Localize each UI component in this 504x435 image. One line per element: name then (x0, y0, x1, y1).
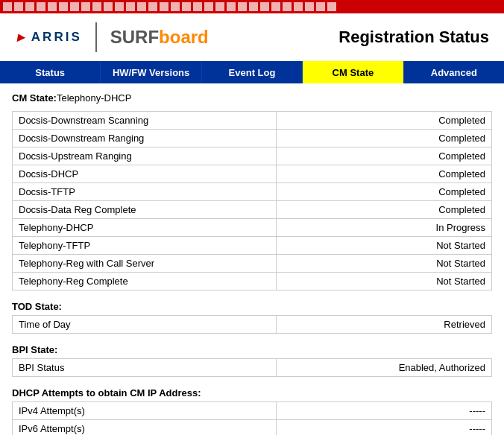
nav-item-status[interactable]: Status (0, 61, 101, 83)
logo-divider (95, 22, 97, 52)
row-status: ----- (276, 420, 491, 436)
row-name: Docsis-Downstream Scanning (13, 112, 277, 130)
cm-state-heading: CM State:Telephony-DHCP (12, 92, 492, 104)
row-name: IPv4 Attempt(s) (13, 402, 277, 420)
bpi-table: BPI StatusEnabled, Authorized (12, 358, 492, 377)
table-row: Docsis-Downstream RangingCompleted (13, 130, 492, 147)
row-name: Time of Day (13, 316, 277, 334)
table-row: Telephony-TFTPNot Started (13, 237, 492, 255)
dhcp-section-label: DHCP Attempts to obtain CM IP Address: (12, 387, 492, 399)
surfboard-logo: SURFboard (110, 27, 209, 48)
row-name: Telephony-DHCP (13, 219, 277, 237)
table-row: Docsis-DHCPCompleted (13, 165, 492, 183)
row-name: Docsis-Data Reg Complete (13, 201, 277, 219)
row-status: Completed (276, 147, 491, 165)
header: ► ARRIS SURFboard Registration Status (0, 13, 504, 61)
row-status: Completed (276, 130, 491, 147)
row-status: Not Started (276, 237, 491, 255)
table-row: BPI StatusEnabled, Authorized (13, 359, 492, 377)
row-status: Not Started (276, 273, 491, 290)
row-name: BPI Status (13, 359, 277, 377)
table-row: Time of DayRetrieved (13, 316, 492, 334)
table-row: Telephony-DHCPIn Progress (13, 219, 492, 237)
cm-state-value: Telephony-DHCP (57, 92, 131, 104)
row-status: Not Started (276, 255, 491, 273)
table-row: Docsis-Upstream RangingCompleted (13, 147, 492, 165)
logo-area: ► ARRIS SURFboard (15, 22, 209, 52)
dhcp-table: IPv4 Attempt(s)-----IPv6 Attempt(s)----- (12, 401, 492, 435)
row-status: Completed (276, 201, 491, 219)
tod-table: Time of DayRetrieved (12, 315, 492, 334)
row-name: Telephony-Reg with Call Server (13, 255, 277, 273)
nav-item-event-log[interactable]: Event Log (202, 61, 303, 83)
row-name: Docsis-DHCP (13, 165, 277, 183)
row-status: ----- (276, 402, 491, 420)
row-name: Telephony-TFTP (13, 237, 277, 255)
table-row: Docsis-TFTPCompleted (13, 183, 492, 201)
row-status: Enabled, Authorized (276, 359, 491, 377)
table-row: IPv6 Attempt(s)----- (13, 420, 492, 436)
row-name: IPv6 Attempt(s) (13, 420, 277, 436)
table-row: IPv4 Attempt(s)----- (13, 402, 492, 420)
table-row: Telephony-Reg with Call ServerNot Starte… (13, 255, 492, 273)
row-status: In Progress (276, 219, 491, 237)
top-decorative-bar (0, 0, 504, 13)
bpi-section-label: BPI State: (12, 344, 492, 355)
arris-logo: ► ARRIS (15, 30, 82, 45)
table-row: Docsis-Data Reg CompleteCompleted (13, 201, 492, 219)
nav-item-hw-fw-versions[interactable]: HW/FW Versions (101, 61, 201, 83)
table-row: Telephony-Reg CompleteNot Started (13, 273, 492, 290)
row-name: Docsis-Downstream Ranging (13, 130, 277, 147)
nav-item-advanced[interactable]: Advanced (404, 61, 504, 83)
row-status: Completed (276, 165, 491, 183)
row-name: Telephony-Reg Complete (13, 273, 277, 290)
row-name: Docsis-TFTP (13, 183, 277, 201)
page-title: Registration Status (338, 28, 489, 47)
tod-section-label: TOD State: (12, 301, 492, 312)
row-name: Docsis-Upstream Ranging (13, 147, 277, 165)
arris-text: ARRIS (31, 30, 82, 45)
row-status: Completed (276, 112, 491, 130)
row-status: Retrieved (276, 316, 491, 334)
row-status: Completed (276, 183, 491, 201)
nav-bar: StatusHW/FW VersionsEvent LogCM StateAdv… (0, 61, 504, 83)
nav-item-cm-state[interactable]: CM State (303, 61, 403, 83)
table-row: Docsis-Downstream ScanningCompleted (13, 112, 492, 130)
registration-table: Docsis-Downstream ScanningCompletedDocsi… (12, 111, 492, 290)
content-area: CM State:Telephony-DHCP Docsis-Downstrea… (0, 83, 504, 435)
